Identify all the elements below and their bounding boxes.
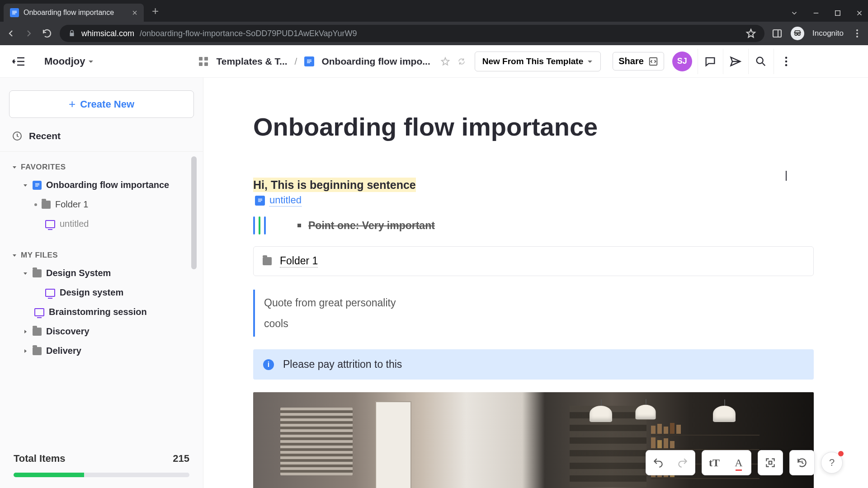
svg-rect-2 [12,14,15,14]
svg-rect-15 [307,61,311,62]
collapse-sidebar-button[interactable] [8,51,29,72]
sidebar-item-brainstorming[interactable]: Brainstomring session [0,302,203,322]
info-callout[interactable]: i Please pay attrition to this [253,349,814,380]
close-window-icon[interactable] [855,9,863,17]
svg-rect-4 [773,30,781,37]
document-canvas[interactable]: Onboarding flow importance Hi, This is b… [203,45,868,488]
sidebar-item-onboarding-doc[interactable]: Onboarding flow importance [0,175,203,195]
create-new-button[interactable]: + Create New [9,90,194,118]
share-button[interactable]: Share [613,52,664,70]
quote-block[interactable]: Quote from great personality cools [253,290,814,337]
create-label: Create New [80,99,134,110]
focus-mode-button[interactable] [758,450,783,475]
minimize-icon[interactable] [812,9,820,17]
breadcrumb: Templates & T... / Onboarding flow impo.… [198,56,465,67]
incognito-icon[interactable] [791,27,804,40]
chevron-down-icon [88,58,94,65]
tab-title: Onboarding flow importance [24,9,114,17]
sidebar-item-discovery[interactable]: Discovery [0,322,203,341]
more-menu-button[interactable] [774,49,799,74]
svg-rect-24 [35,185,39,185]
incognito-label: Incognito [812,29,844,38]
sidebar-item-design-system-folder[interactable]: Design System [0,263,203,283]
scrollbar-thumb[interactable] [191,156,197,269]
svg-rect-14 [307,60,311,61]
history-button[interactable] [790,450,814,475]
undo-button[interactable] [646,450,670,475]
chevron-down-icon [23,271,28,276]
redo-button[interactable] [670,450,695,475]
send-button[interactable] [723,49,748,74]
highlighted-text[interactable]: Hi, This is beginning sentence [253,178,416,192]
folder-embed[interactable]: Folder 1 [253,246,814,276]
close-tab-icon[interactable]: × [132,8,137,18]
sidebar-item-label: Folder 1 [55,199,88,210]
chevron-down-icon [587,58,593,65]
forward-icon[interactable] [24,28,34,39]
side-panel-icon[interactable] [772,28,783,39]
recent-label: Recent [29,131,61,141]
url-path: /onboarding-flow-importance-SoDD79PUD1Aw… [140,29,357,38]
doc-favicon-icon [10,8,19,17]
doc-icon [304,56,314,66]
sidebar-item-design-system-board[interactable]: Design system [0,283,203,302]
browser-menu-icon[interactable] [852,28,863,39]
svg-rect-0 [12,11,17,12]
chevron-right-icon [23,348,28,354]
maximize-icon[interactable] [834,9,842,17]
sidebar-item-delivery[interactable]: Delivery [0,341,203,361]
myfiles-section-header[interactable]: MY FILES [0,242,203,263]
svg-point-8 [856,33,858,34]
browser-tab[interactable]: Onboarding flow importance × [4,4,144,22]
svg-point-7 [856,29,858,31]
app-header: Moodjoy Templates & T... / Onboarding fl… [0,45,868,78]
linked-doc-mention[interactable]: untitled [255,194,814,206]
svg-rect-27 [258,200,262,201]
workspace-name: Moodjoy [44,56,85,67]
embed-icon [648,56,658,66]
reload-icon[interactable] [42,28,52,39]
text-size-button[interactable]: tT [702,450,726,475]
info-icon: i [263,359,274,370]
back-icon[interactable] [5,28,16,39]
notification-dot-icon [838,451,844,456]
sidebar-item-untitled-board[interactable]: untitled [0,214,203,234]
bullet-struck-item[interactable]: Point one: Very important [297,220,435,232]
url-domain: whimsical.com [81,29,134,38]
folder-icon [42,201,51,209]
favorites-section-header[interactable]: FAVORITES [0,154,203,175]
doc-title[interactable]: Onboarding flow importance [253,112,814,141]
new-from-template-button[interactable]: New From This Template [475,52,601,71]
lock-icon [68,29,76,38]
linked-doc-label[interactable]: untitled [269,194,302,206]
svg-rect-29 [769,461,772,465]
sidebar-item-label: Design system [60,287,123,298]
comments-button[interactable] [698,49,723,74]
sync-icon[interactable] [458,57,466,66]
window-controls [790,9,863,17]
user-avatar[interactable]: SJ [672,52,692,71]
folder-embed-label: Folder 1 [280,255,318,267]
star-icon[interactable] [745,28,756,39]
workspace-dropdown[interactable]: Moodjoy [44,56,94,67]
url-field[interactable]: whimsical.com/onboarding-flow-importance… [60,25,764,42]
quote-line-2: cools [264,313,805,334]
chevron-down-icon [12,164,17,170]
svg-point-6 [798,33,800,35]
search-button[interactable] [748,49,774,74]
text-color-button[interactable]: A [726,450,751,475]
chevron-down-icon[interactable] [790,9,798,17]
folder-icon [33,347,42,355]
svg-rect-12 [199,62,203,66]
favorite-star-icon[interactable] [440,56,450,66]
templates-icon [198,56,209,67]
board-icon [45,220,55,228]
breadcrumb-doc[interactable]: Onboarding flow impo... [321,56,430,67]
folder-icon [33,269,42,277]
sidebar-item-folder-1[interactable]: Folder 1 [0,195,203,214]
breadcrumb-root[interactable]: Templates & T... [216,56,287,67]
code-fence-icon [253,216,266,235]
new-tab-button[interactable]: + [152,4,159,18]
recent-link[interactable]: Recent [0,123,203,149]
help-button[interactable]: ? [821,452,843,474]
